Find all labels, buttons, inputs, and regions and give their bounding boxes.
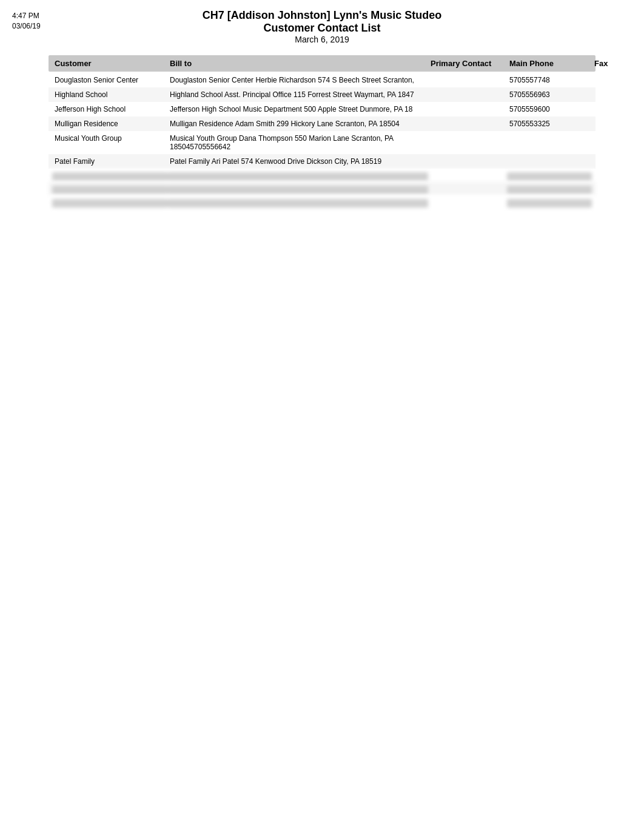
header-line2: Customer Contact List: [0, 22, 644, 35]
col-header-customer: Customer: [52, 58, 167, 69]
row-phone: [507, 199, 592, 208]
col-header-fax: Fax: [592, 58, 644, 69]
row-fax: [592, 104, 644, 115]
row-primary: [428, 184, 507, 196]
row-fax: [592, 171, 644, 183]
row-phone: [507, 156, 592, 167]
table-row: Musical Youth Group Musical Youth Group …: [49, 131, 595, 154]
row-primary: [428, 171, 507, 183]
row-customer: Patel Family: [52, 156, 167, 167]
row-fax: [592, 133, 644, 152]
row-primary: [428, 118, 507, 129]
row-customer: Mulligan Residence: [52, 118, 167, 129]
row-customer: [52, 199, 167, 208]
row-billto: [167, 186, 428, 194]
row-customer: Musical Youth Group: [52, 133, 167, 152]
row-fax: [592, 156, 644, 167]
report-container: Customer Bill to Primary Contact Main Ph…: [0, 55, 644, 209]
row-fax: [592, 89, 644, 100]
row-fax: [592, 197, 644, 209]
row-billto: [167, 172, 428, 181]
row-primary: [428, 133, 507, 152]
row-billto: Highland School Asst. Principal Office 1…: [167, 89, 428, 100]
table-row: Mulligan Residence Mulligan Residence Ad…: [49, 117, 595, 131]
row-billto: Patel Family Ari Patel 574 Kenwood Drive…: [167, 156, 428, 167]
row-customer: Jefferson High School: [52, 104, 167, 115]
timestamp-date: 03/06/19: [12, 21, 41, 32]
table-row: Highland School Highland School Asst. Pr…: [49, 87, 595, 102]
header-line1: CH7 [Addison Johnston] Lynn's Music Stud…: [0, 9, 644, 22]
row-fax: [592, 118, 644, 129]
row-phone: [507, 186, 592, 194]
row-fax: [592, 184, 644, 196]
row-customer: [52, 186, 167, 194]
col-header-primary: Primary Contact: [428, 58, 507, 69]
row-billto: Jefferson High School Music Department 5…: [167, 104, 428, 115]
table-row: Jefferson High School Jefferson High Sch…: [49, 102, 595, 117]
row-phone: 5705559600: [507, 104, 592, 115]
row-primary: [428, 104, 507, 115]
row-primary: [428, 156, 507, 167]
row-billto: [167, 199, 428, 208]
row-customer: Douglaston Senior Center: [52, 75, 167, 86]
table-row: [49, 195, 595, 209]
row-phone: [507, 172, 592, 181]
timestamp: 4:47 PM 03/06/19: [12, 11, 41, 32]
row-fax: [592, 75, 644, 86]
row-phone: 5705553325: [507, 118, 592, 129]
row-phone: 5705557748: [507, 75, 592, 86]
table-header: Customer Bill to Primary Contact Main Ph…: [49, 55, 595, 72]
report-header: CH7 [Addison Johnston] Lynn's Music Stud…: [0, 0, 644, 49]
table-row: Patel Family Patel Family Ari Patel 574 …: [49, 154, 595, 169]
row-billto: Mulligan Residence Adam Smith 299 Hickor…: [167, 118, 428, 129]
table-row: Douglaston Senior Center Douglaston Seni…: [49, 73, 595, 87]
table-row: [49, 182, 595, 195]
row-primary: [428, 197, 507, 209]
row-phone: 5705556963: [507, 89, 592, 100]
table-body: Douglaston Senior Center Douglaston Seni…: [49, 73, 595, 209]
col-header-phone: Main Phone: [507, 58, 592, 69]
row-billto: Musical Youth Group Dana Thompson 550 Ma…: [167, 133, 428, 152]
row-primary: [428, 89, 507, 100]
row-customer: [52, 172, 167, 181]
timestamp-time: 4:47 PM: [12, 11, 41, 21]
row-primary: [428, 75, 507, 86]
col-header-billto: Bill to: [167, 58, 428, 69]
row-billto: Douglaston Senior Center Herbie Richards…: [167, 75, 428, 86]
table-row: [49, 169, 595, 182]
row-customer: Highland School: [52, 89, 167, 100]
header-date: March 6, 2019: [0, 35, 644, 44]
row-phone: [507, 133, 592, 152]
